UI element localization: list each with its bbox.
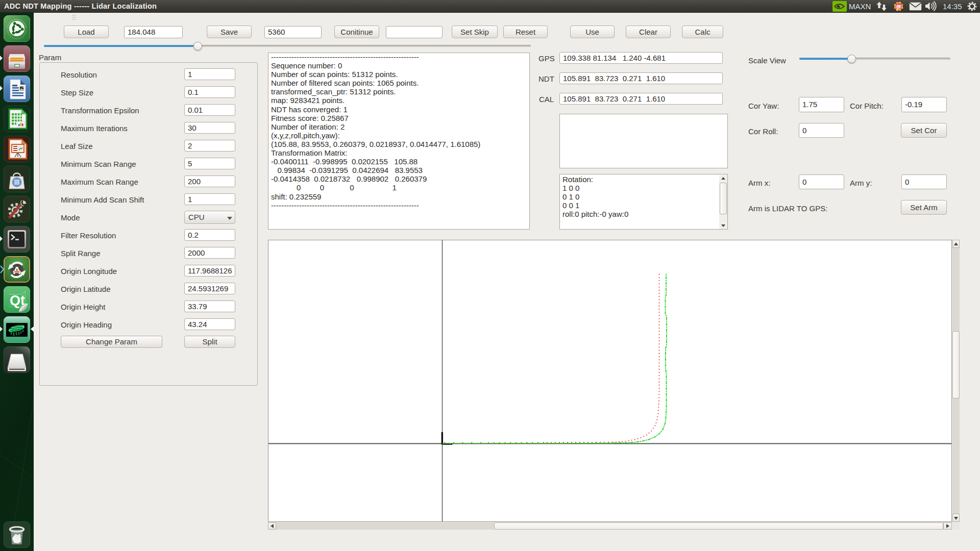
svg-text:拼: 拼 (896, 4, 901, 10)
svg-text:A: A (13, 264, 20, 276)
